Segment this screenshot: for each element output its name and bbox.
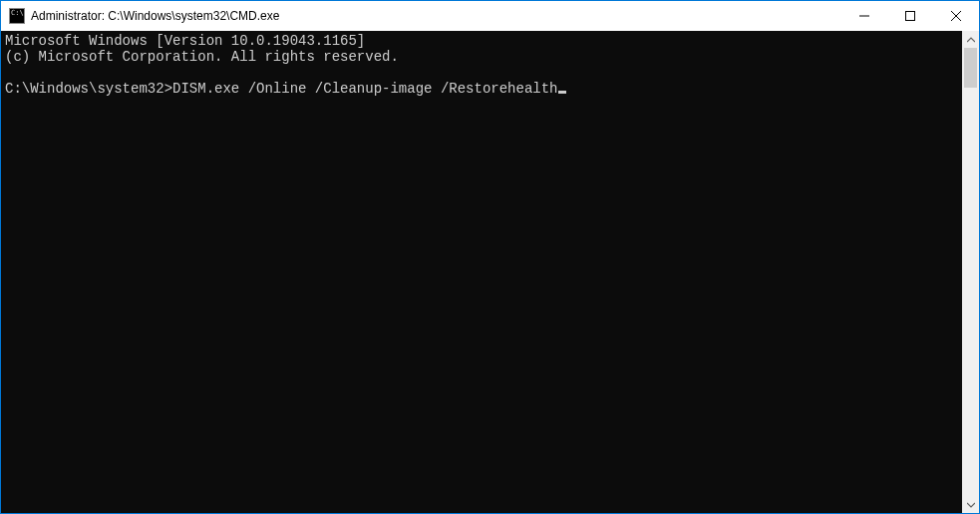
close-icon	[951, 11, 961, 21]
close-button[interactable]	[933, 1, 979, 31]
chevron-down-icon	[967, 501, 975, 509]
scrollbar-up-button[interactable]	[962, 31, 979, 48]
terminal-wrapper: Microsoft Windows [Version 10.0.19043.11…	[1, 31, 979, 513]
terminal-line-version: Microsoft Windows [Version 10.0.19043.11…	[5, 33, 365, 49]
maximize-icon	[905, 11, 915, 21]
scrollbar-down-button[interactable]	[962, 496, 979, 513]
terminal-command: DISM.exe /Online /Cleanup-image /Restore…	[172, 81, 557, 97]
window-title: Administrator: C:\Windows\system32\CMD.e…	[31, 9, 841, 23]
minimize-button[interactable]	[841, 1, 887, 31]
terminal-line-copyright: (c) Microsoft Corporation. All rights re…	[5, 49, 399, 65]
terminal-cursor	[558, 91, 566, 94]
terminal-content[interactable]: Microsoft Windows [Version 10.0.19043.11…	[1, 31, 962, 513]
cmd-icon	[9, 8, 25, 24]
window-controls	[841, 1, 979, 31]
maximize-button[interactable]	[887, 1, 933, 31]
cmd-window: Administrator: C:\Windows\system32\CMD.e…	[0, 0, 980, 514]
scrollbar-thumb[interactable]	[964, 48, 977, 88]
terminal-prompt: C:\Windows\system32>	[5, 81, 172, 97]
vertical-scrollbar[interactable]	[962, 31, 979, 513]
scrollbar-track[interactable]	[962, 48, 979, 496]
svg-rect-1	[906, 12, 915, 21]
minimize-icon	[859, 11, 869, 21]
chevron-up-icon	[967, 36, 975, 44]
titlebar[interactable]: Administrator: C:\Windows\system32\CMD.e…	[1, 1, 979, 31]
